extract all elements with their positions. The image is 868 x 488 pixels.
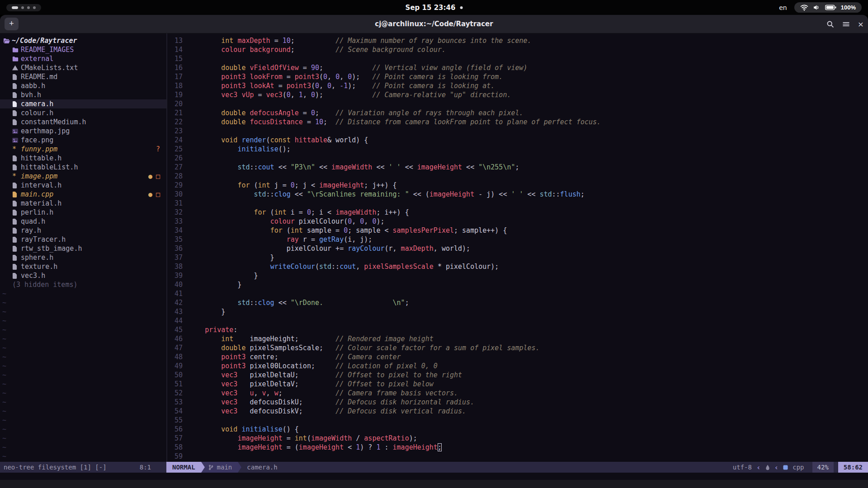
code-line-48[interactable]: 48 point3 centre; // Camera center <box>167 352 868 361</box>
code-line-26[interactable]: 26 <box>167 154 868 163</box>
tree-root[interactable]: ~/Code/Raytracer <box>0 36 166 45</box>
code-text: initialise(); <box>189 145 291 154</box>
code-line-14[interactable]: 14 colour background; // Scene backgroun… <box>167 45 868 54</box>
code-line-57[interactable]: 57 imageHeight = int(imageWidth / aspect… <box>167 434 868 443</box>
code-line-15[interactable]: 15 <box>167 54 868 63</box>
search-button[interactable] <box>826 20 834 28</box>
code-line-55[interactable]: 55 <box>167 416 868 425</box>
command-line[interactable] <box>0 473 868 480</box>
tree-item-hittableList.h[interactable]: hittableList.h <box>0 163 166 172</box>
code-line-50[interactable]: 50 vec3 pixelDeltaU; // Offset to pixel … <box>167 371 868 380</box>
code-line-51[interactable]: 51 vec3 pixelDeltaV; // Offset to pixel … <box>167 380 868 389</box>
tree-item-earthmap.jpg[interactable]: earthmap.jpg <box>0 127 166 136</box>
code-line-42[interactable]: 42 std::clog << "\rDone. \n"; <box>167 298 868 307</box>
code-line-45[interactable]: 45 private: <box>167 325 868 334</box>
code-line-53[interactable]: 53 vec3 defocusDiskU; // Defocus disk ho… <box>167 398 868 407</box>
tree-item-quad.h[interactable]: quad.h <box>0 217 166 226</box>
main-statusline: NORMAL main camera.h utf-8 ‹ ‹ cpp 42% 5… <box>166 462 868 473</box>
code-line-40[interactable]: 40 } <box>167 280 868 289</box>
code-line-22[interactable]: 22 double focusDistance = 10; // Distanc… <box>167 117 868 127</box>
code-line-25[interactable]: 25 initialise(); <box>167 145 868 154</box>
code-line-24[interactable]: 24 void render(const hittable& world) { <box>167 136 868 145</box>
tree-item-vec3.h[interactable]: vec3.h <box>0 271 166 280</box>
tree-item-rayTracer.h[interactable]: rayTracer.h <box>0 235 166 244</box>
encoding-label: utf-8 <box>733 464 752 471</box>
line-number: 45 <box>167 325 183 334</box>
file-name: face.png <box>21 136 53 145</box>
code-line-27[interactable]: 27 std::cout << "P3\n" << imageWidth << … <box>167 163 868 172</box>
new-tab-button[interactable]: + <box>5 18 19 30</box>
tree-item-material.h[interactable]: material.h <box>0 199 166 208</box>
tree-item-interval.h[interactable]: interval.h <box>0 181 166 190</box>
code-line-21[interactable]: 21 double defocusAngle = 0; // Variation… <box>167 108 868 117</box>
code-line-30[interactable]: 30 std::clog << "\rScanlines remaining: … <box>167 190 868 199</box>
code-text: std::clog << "\rScanlines remaining: " <… <box>189 190 585 199</box>
code-line-39[interactable]: 39 } <box>167 271 868 280</box>
file-name: aabb.h <box>21 81 45 90</box>
code-line-47[interactable]: 47 double pixelSamplesScale; // Colour s… <box>167 343 868 352</box>
code-line-32[interactable]: 32 for (int i = 0; i < imageWidth; i++) … <box>167 208 868 217</box>
tree-item-texture.h[interactable]: texture.h <box>0 262 166 271</box>
tree-item-main.cpp[interactable]: main.cpp●□ <box>0 190 166 199</box>
code-line-17[interactable]: 17 point3 lookFrom = point3(0, 0, 0); //… <box>167 72 868 81</box>
editor-window[interactable]: 13 int maxDepth = 10; // Maximum number … <box>167 33 868 462</box>
tree-item-ray.h[interactable]: ray.h <box>0 226 166 235</box>
code-line-23[interactable]: 23 <box>167 127 868 136</box>
tree-item-README_IMAGES[interactable]: README_IMAGES <box>0 45 166 54</box>
tree-item-camera.h[interactable]: camera.h <box>0 99 166 108</box>
tree-item-rtw_stb_image.h[interactable]: rtw_stb_image.h <box>0 244 166 253</box>
code-line-35[interactable]: 35 ray r = getRay(i, j); <box>167 235 868 244</box>
tree-item-aabb.h[interactable]: aabb.h <box>0 81 166 90</box>
tree-item-colour.h[interactable]: colour.h <box>0 108 166 117</box>
code-text: for (int sample = 0; sample < samplesPer… <box>189 226 507 235</box>
tree-item-funny.ppm[interactable]: *funny.ppm? <box>0 145 166 154</box>
code-line-43[interactable]: 43 } <box>167 307 868 316</box>
tree-item-constantMedium.h[interactable]: constantMedium.h <box>0 117 166 127</box>
code-line-41[interactable]: 41 <box>167 289 868 298</box>
code-text: vec3 vUp = vec3(0, 1, 0); // Camera-rela… <box>189 90 511 99</box>
tree-item-README.md[interactable]: README.md <box>0 72 166 81</box>
status-badge: □ <box>156 172 160 181</box>
tree-item-face.png[interactable]: face.png <box>0 136 166 145</box>
keyboard-layout-indicator[interactable]: en <box>779 4 787 11</box>
code-line-16[interactable]: 16 double vFieldOfView = 90; // Vertical… <box>167 63 868 72</box>
tree-item-external[interactable]: external <box>0 54 166 63</box>
tree-item-sphere.h[interactable]: sphere.h <box>0 253 166 262</box>
code-line-13[interactable]: 13 int maxDepth = 10; // Maximum number … <box>167 36 868 45</box>
code-line-59[interactable]: 59 <box>167 452 868 461</box>
code-line-54[interactable]: 54 vec3 defocusDiskV; // Defocus disk ve… <box>167 407 868 416</box>
search-icon <box>826 20 834 28</box>
tree-item-bvh.h[interactable]: bvh.h <box>0 90 166 99</box>
tree-item-CMakeLists.txt[interactable]: CMakeLists.txt <box>0 63 166 72</box>
code-line-28[interactable]: 28 <box>167 172 868 181</box>
line-number: 56 <box>167 425 183 434</box>
code-line-44[interactable]: 44 <box>167 316 868 325</box>
code-line-37[interactable]: 37 } <box>167 253 868 262</box>
clock[interactable]: Sep 15 23:46 <box>406 0 463 15</box>
line-number: 57 <box>167 434 183 443</box>
doc-icon <box>12 155 21 161</box>
code-line-46[interactable]: 46 int imageHeight; // Rendered image he… <box>167 334 868 343</box>
menu-button[interactable] <box>842 20 850 28</box>
code-line-20[interactable]: 20 <box>167 99 868 108</box>
tree-item-hittable.h[interactable]: hittable.h <box>0 154 166 163</box>
tree-item-perlin.h[interactable]: perlin.h <box>0 208 166 217</box>
code-line-33[interactable]: 33 colour pixelColour(0, 0, 0); <box>167 217 868 226</box>
tree-item-image.ppm[interactable]: *image.ppm●□ <box>0 172 166 181</box>
code-line-52[interactable]: 52 vec3 u, v, w; // Camera frame basis v… <box>167 389 868 398</box>
code-line-58[interactable]: 58 imageHeight = (imageHeight < 1) ? 1 :… <box>167 443 868 452</box>
close-button[interactable]: × <box>858 19 863 29</box>
code-line-31[interactable]: 31 <box>167 199 868 208</box>
code-line-36[interactable]: 36 pixelColour += rayColour(r, maxDepth,… <box>167 244 868 253</box>
code-line-49[interactable]: 49 point3 pixel00Location; // Location o… <box>167 361 868 371</box>
chevron-left-icon: ‹ <box>774 463 779 472</box>
code-line-56[interactable]: 56 void initialise() { <box>167 425 868 434</box>
code-line-18[interactable]: 18 point3 lookAt = point3(0, 0, -1); // … <box>167 81 868 90</box>
code-line-38[interactable]: 38 writeColour(std::cout, pixelSamplesSc… <box>167 262 868 271</box>
workspace-indicator[interactable] <box>6 4 41 11</box>
code-line-29[interactable]: 29 for (int j = 0; j < imageHeight; j++)… <box>167 181 868 190</box>
file-name: earthmap.jpg <box>21 127 70 136</box>
quick-settings[interactable]: 100% <box>794 2 862 13</box>
code-line-34[interactable]: 34 for (int sample = 0; sample < samples… <box>167 226 868 235</box>
code-line-19[interactable]: 19 vec3 vUp = vec3(0, 1, 0); // Camera-r… <box>167 90 868 99</box>
